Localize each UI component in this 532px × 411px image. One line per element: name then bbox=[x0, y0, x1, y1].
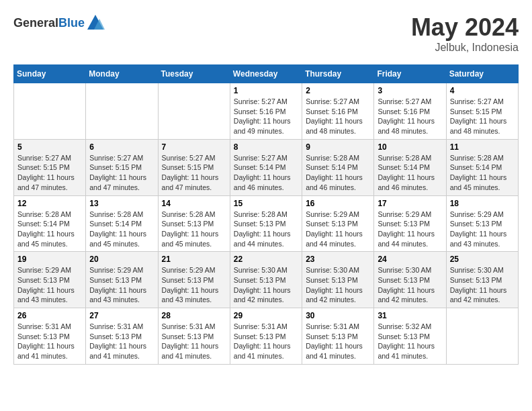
calendar-cell: 31Sunrise: 5:32 AM Sunset: 5:13 PM Dayli… bbox=[374, 308, 446, 365]
page-header: GeneralBlue May 2024 Jelbuk, Indonesia bbox=[13, 13, 519, 54]
day-info: Sunrise: 5:29 AM Sunset: 5:13 PM Dayligh… bbox=[162, 265, 226, 305]
calendar-cell: 26Sunrise: 5:31 AM Sunset: 5:13 PM Dayli… bbox=[14, 308, 86, 365]
calendar-table: SundayMondayTuesdayWednesdayThursdayFrid… bbox=[13, 64, 519, 365]
logo-blue: Blue bbox=[58, 16, 85, 30]
calendar-cell: 14Sunrise: 5:28 AM Sunset: 5:13 PM Dayli… bbox=[158, 195, 230, 252]
weekday-header-saturday: Saturday bbox=[446, 65, 518, 83]
weekday-header-sunday: Sunday bbox=[14, 65, 86, 83]
calendar-cell: 7Sunrise: 5:27 AM Sunset: 5:15 PM Daylig… bbox=[158, 139, 230, 195]
calendar-cell: 3Sunrise: 5:27 AM Sunset: 5:16 PM Daylig… bbox=[374, 83, 446, 140]
day-info: Sunrise: 5:31 AM Sunset: 5:13 PM Dayligh… bbox=[17, 322, 82, 361]
weekday-header-tuesday: Tuesday bbox=[158, 65, 230, 83]
day-number: 13 bbox=[89, 199, 154, 208]
day-info: Sunrise: 5:28 AM Sunset: 5:14 PM Dayligh… bbox=[450, 153, 515, 193]
calendar-week-row: 26Sunrise: 5:31 AM Sunset: 5:13 PM Dayli… bbox=[14, 308, 519, 365]
day-info: Sunrise: 5:31 AM Sunset: 5:13 PM Dayligh… bbox=[89, 322, 154, 361]
day-info: Sunrise: 5:30 AM Sunset: 5:13 PM Dayligh… bbox=[234, 265, 298, 305]
calendar-week-row: 5Sunrise: 5:27 AM Sunset: 5:15 PM Daylig… bbox=[14, 139, 519, 195]
day-info: Sunrise: 5:32 AM Sunset: 5:13 PM Dayligh… bbox=[378, 322, 442, 361]
calendar-cell: 5Sunrise: 5:27 AM Sunset: 5:15 PM Daylig… bbox=[14, 139, 86, 195]
title-location: Jelbuk, Indonesia bbox=[411, 42, 519, 54]
day-info: Sunrise: 5:31 AM Sunset: 5:13 PM Dayligh… bbox=[306, 322, 370, 361]
day-number: 28 bbox=[162, 311, 226, 320]
day-number: 14 bbox=[162, 199, 226, 208]
day-info: Sunrise: 5:29 AM Sunset: 5:13 PM Dayligh… bbox=[17, 265, 82, 305]
day-info: Sunrise: 5:29 AM Sunset: 5:13 PM Dayligh… bbox=[89, 265, 154, 305]
calendar-cell: 12Sunrise: 5:28 AM Sunset: 5:14 PM Dayli… bbox=[14, 195, 86, 252]
day-number: 12 bbox=[17, 199, 82, 208]
day-info: Sunrise: 5:27 AM Sunset: 5:16 PM Dayligh… bbox=[234, 97, 298, 136]
day-info: Sunrise: 5:31 AM Sunset: 5:13 PM Dayligh… bbox=[162, 322, 226, 361]
calendar-cell: 2Sunrise: 5:27 AM Sunset: 5:16 PM Daylig… bbox=[302, 83, 374, 140]
day-info: Sunrise: 5:27 AM Sunset: 5:16 PM Dayligh… bbox=[306, 97, 370, 136]
calendar-cell: 20Sunrise: 5:29 AM Sunset: 5:13 PM Dayli… bbox=[86, 252, 158, 308]
logo-general: General bbox=[13, 16, 58, 30]
day-number: 10 bbox=[378, 142, 442, 152]
day-number: 6 bbox=[89, 142, 154, 152]
day-number: 4 bbox=[450, 86, 515, 95]
day-number: 2 bbox=[306, 86, 370, 95]
calendar-cell bbox=[14, 83, 86, 140]
day-info: Sunrise: 5:29 AM Sunset: 5:13 PM Dayligh… bbox=[378, 210, 442, 249]
calendar-cell: 23Sunrise: 5:30 AM Sunset: 5:13 PM Dayli… bbox=[302, 252, 374, 308]
calendar-cell: 27Sunrise: 5:31 AM Sunset: 5:13 PM Dayli… bbox=[86, 308, 158, 365]
weekday-header-monday: Monday bbox=[86, 65, 158, 83]
day-info: Sunrise: 5:30 AM Sunset: 5:13 PM Dayligh… bbox=[450, 265, 515, 305]
day-number: 18 bbox=[450, 199, 515, 208]
day-info: Sunrise: 5:28 AM Sunset: 5:14 PM Dayligh… bbox=[378, 153, 442, 193]
day-info: Sunrise: 5:27 AM Sunset: 5:15 PM Dayligh… bbox=[162, 153, 226, 193]
weekday-header-wednesday: Wednesday bbox=[230, 65, 302, 83]
day-info: Sunrise: 5:31 AM Sunset: 5:13 PM Dayligh… bbox=[234, 322, 298, 361]
day-number: 17 bbox=[378, 199, 442, 208]
day-number: 5 bbox=[17, 142, 82, 152]
calendar-header-row: SundayMondayTuesdayWednesdayThursdayFrid… bbox=[14, 65, 519, 83]
day-number: 8 bbox=[234, 142, 298, 152]
day-number: 22 bbox=[234, 255, 298, 264]
day-info: Sunrise: 5:28 AM Sunset: 5:13 PM Dayligh… bbox=[162, 210, 226, 249]
calendar-cell: 17Sunrise: 5:29 AM Sunset: 5:13 PM Dayli… bbox=[374, 195, 446, 252]
calendar-cell: 8Sunrise: 5:27 AM Sunset: 5:14 PM Daylig… bbox=[230, 139, 302, 195]
weekday-header-friday: Friday bbox=[374, 65, 446, 83]
logo-text: GeneralBlue bbox=[13, 16, 85, 30]
calendar-cell: 1Sunrise: 5:27 AM Sunset: 5:16 PM Daylig… bbox=[230, 83, 302, 140]
day-number: 31 bbox=[378, 311, 442, 320]
calendar-cell: 28Sunrise: 5:31 AM Sunset: 5:13 PM Dayli… bbox=[158, 308, 230, 365]
title-block: May 2024 Jelbuk, Indonesia bbox=[411, 13, 519, 54]
calendar-week-row: 12Sunrise: 5:28 AM Sunset: 5:14 PM Dayli… bbox=[14, 195, 519, 252]
calendar-cell: 6Sunrise: 5:27 AM Sunset: 5:15 PM Daylig… bbox=[86, 139, 158, 195]
day-number: 25 bbox=[450, 255, 515, 264]
calendar-cell: 9Sunrise: 5:28 AM Sunset: 5:14 PM Daylig… bbox=[302, 139, 374, 195]
day-info: Sunrise: 5:30 AM Sunset: 5:13 PM Dayligh… bbox=[306, 265, 370, 305]
calendar-cell: 29Sunrise: 5:31 AM Sunset: 5:13 PM Dayli… bbox=[230, 308, 302, 365]
day-number: 24 bbox=[378, 255, 442, 264]
calendar-cell: 4Sunrise: 5:27 AM Sunset: 5:15 PM Daylig… bbox=[446, 83, 518, 140]
day-info: Sunrise: 5:28 AM Sunset: 5:14 PM Dayligh… bbox=[306, 153, 370, 193]
day-number: 29 bbox=[234, 311, 298, 320]
day-info: Sunrise: 5:28 AM Sunset: 5:13 PM Dayligh… bbox=[234, 210, 298, 249]
calendar-cell: 30Sunrise: 5:31 AM Sunset: 5:13 PM Dayli… bbox=[302, 308, 374, 365]
calendar-cell: 16Sunrise: 5:29 AM Sunset: 5:13 PM Dayli… bbox=[302, 195, 374, 252]
calendar-body: 1Sunrise: 5:27 AM Sunset: 5:16 PM Daylig… bbox=[14, 83, 519, 365]
day-number: 16 bbox=[306, 199, 370, 208]
calendar-cell bbox=[158, 83, 230, 140]
calendar-cell: 21Sunrise: 5:29 AM Sunset: 5:13 PM Dayli… bbox=[158, 252, 230, 308]
day-number: 15 bbox=[234, 199, 298, 208]
day-info: Sunrise: 5:28 AM Sunset: 5:14 PM Dayligh… bbox=[17, 210, 82, 249]
day-number: 30 bbox=[306, 311, 370, 320]
calendar-cell: 22Sunrise: 5:30 AM Sunset: 5:13 PM Dayli… bbox=[230, 252, 302, 308]
day-info: Sunrise: 5:29 AM Sunset: 5:13 PM Dayligh… bbox=[450, 210, 515, 249]
day-number: 26 bbox=[17, 311, 82, 320]
day-info: Sunrise: 5:28 AM Sunset: 5:14 PM Dayligh… bbox=[89, 210, 154, 249]
logo: GeneralBlue bbox=[13, 13, 105, 32]
title-month-year: May 2024 bbox=[411, 13, 519, 42]
calendar-cell: 15Sunrise: 5:28 AM Sunset: 5:13 PM Dayli… bbox=[230, 195, 302, 252]
day-info: Sunrise: 5:30 AM Sunset: 5:13 PM Dayligh… bbox=[378, 265, 442, 305]
calendar-cell: 24Sunrise: 5:30 AM Sunset: 5:13 PM Dayli… bbox=[374, 252, 446, 308]
logo-icon bbox=[86, 13, 105, 32]
day-number: 9 bbox=[306, 142, 370, 152]
day-info: Sunrise: 5:27 AM Sunset: 5:16 PM Dayligh… bbox=[378, 97, 442, 136]
calendar-cell: 10Sunrise: 5:28 AM Sunset: 5:14 PM Dayli… bbox=[374, 139, 446, 195]
calendar-week-row: 19Sunrise: 5:29 AM Sunset: 5:13 PM Dayli… bbox=[14, 252, 519, 308]
day-info: Sunrise: 5:27 AM Sunset: 5:15 PM Dayligh… bbox=[17, 153, 82, 193]
calendar-cell: 13Sunrise: 5:28 AM Sunset: 5:14 PM Dayli… bbox=[86, 195, 158, 252]
